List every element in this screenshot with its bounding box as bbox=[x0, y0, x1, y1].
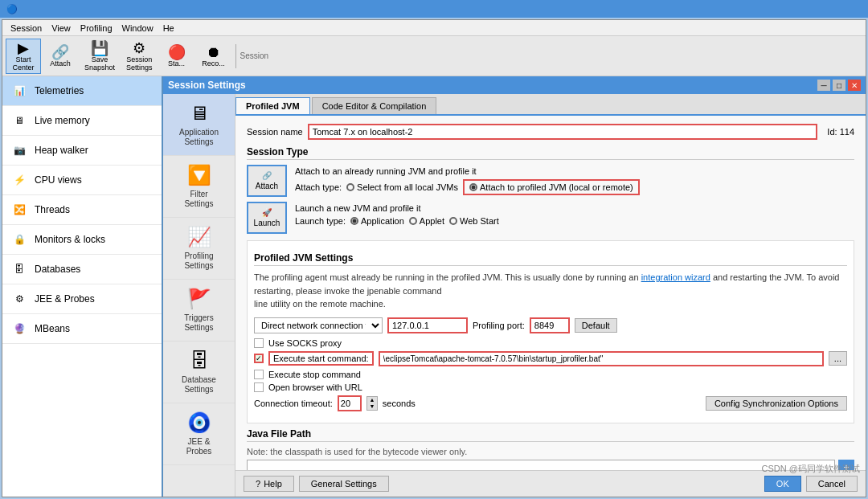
inner-window: Session View Profiling Window He ▶ Start… bbox=[2, 19, 866, 497]
help-label: Help bbox=[264, 479, 282, 489]
stop-cmd-checkbox[interactable] bbox=[254, 370, 264, 379]
network-type-select[interactable]: Direct network connection to bbox=[254, 317, 383, 333]
profiled-settings-title: Profiled JVM Settings bbox=[254, 252, 847, 266]
attach-type-row: Attach type: Select from all local JVMs bbox=[295, 179, 640, 195]
profiling-label: ProfilingSettings bbox=[184, 252, 213, 271]
browse-button[interactable]: ... bbox=[829, 351, 847, 366]
menu-session[interactable]: Session bbox=[6, 22, 47, 35]
open-browser-checkbox[interactable] bbox=[254, 382, 264, 392]
dialog-panel: Profiled JVM Code Editor & Compilation S… bbox=[235, 94, 866, 497]
port-label: Profiling port: bbox=[473, 321, 525, 330]
dialog-close-button[interactable]: ✕ bbox=[848, 80, 861, 91]
attach-button[interactable]: 🔗 Attach bbox=[43, 43, 78, 69]
triggers-settings-item[interactable]: 🚩 TriggersSettings bbox=[163, 280, 235, 342]
session-type-title: Session Type bbox=[247, 146, 854, 160]
filter-settings-item[interactable]: 🔽 FilterSettings bbox=[163, 156, 235, 218]
sta-button[interactable]: 🔴 Sta... bbox=[159, 43, 194, 69]
nav-item-databases[interactable]: 🗄 Databases bbox=[2, 255, 162, 284]
mbeans-label: MBeans bbox=[35, 323, 70, 334]
integration-wizard-link[interactable]: integration wizard bbox=[641, 272, 710, 282]
mbeans-icon: 🔮 bbox=[10, 320, 28, 337]
attach-profiled-radio-bordered[interactable]: Attach to profiled JVM (local or remote) bbox=[463, 179, 640, 195]
session-name-input[interactable] bbox=[308, 124, 818, 140]
port-input[interactable] bbox=[530, 317, 570, 333]
socks-checkbox[interactable] bbox=[254, 338, 264, 348]
java-path-listbox[interactable] bbox=[247, 460, 835, 471]
menu-help[interactable]: He bbox=[158, 22, 179, 35]
launch-desc: Launch a new JVM and profile it bbox=[295, 203, 499, 213]
timeout-down-arrow[interactable]: ▼ bbox=[367, 403, 377, 410]
save-label: SaveSnapshot bbox=[84, 55, 115, 72]
triggers-label: TriggersSettings bbox=[184, 313, 213, 333]
stop-cmd-row: Execute stop command bbox=[254, 370, 847, 379]
ip-input[interactable] bbox=[387, 317, 468, 333]
nav-items: 📊 Telemetries 🖥 Live memory 📷 Heap walke… bbox=[2, 76, 162, 497]
save-snapshot-button[interactable]: 💾 SaveSnapshot bbox=[80, 39, 120, 73]
launch-applet-radio[interactable]: Applet bbox=[409, 216, 444, 226]
db-icon: 🗄 bbox=[190, 350, 209, 372]
attach-local-radio[interactable]: Select from all local JVMs bbox=[346, 182, 458, 192]
launch-app-radio[interactable]: Application bbox=[350, 216, 404, 226]
start-center-button[interactable]: ▶ StartCenter bbox=[6, 39, 41, 74]
timeout-input[interactable] bbox=[338, 395, 362, 411]
session-id-label: Id: 114 bbox=[827, 127, 854, 137]
nav-item-cpu-views[interactable]: ⚡ CPU views bbox=[2, 166, 162, 195]
menu-window[interactable]: Window bbox=[117, 22, 158, 35]
launch-button-type[interactable]: 🚀 Launch bbox=[247, 202, 287, 234]
attach-icon: 🔗 bbox=[51, 45, 69, 59]
settings-sidebar: 🖥 ApplicationSettings 🔽 FilterSettings 📈… bbox=[163, 94, 235, 497]
nav-item-mbeans[interactable]: 🔮 MBeans bbox=[2, 314, 162, 344]
profiling-settings-item[interactable]: 📈 ProfilingSettings bbox=[163, 218, 235, 280]
launch-webstart-label: Web Start bbox=[460, 216, 499, 226]
menu-profiling[interactable]: Profiling bbox=[76, 22, 117, 35]
start-icon: ▶ bbox=[18, 41, 29, 55]
start-cmd-row: ✓ Execute start command: ... bbox=[254, 351, 847, 366]
attach-profiled-circle bbox=[469, 183, 477, 191]
start-label: StartCenter bbox=[12, 55, 34, 72]
monitors-label: Monitors & locks bbox=[35, 234, 105, 245]
nav-item-monitors[interactable]: 🔒 Monitors & locks bbox=[2, 225, 162, 255]
cancel-button[interactable]: Cancel bbox=[806, 476, 858, 492]
attach-type-label: Attach bbox=[256, 182, 278, 190]
timeout-row: Connection timeout: ▲ ▼ seconds Config S… bbox=[254, 395, 847, 411]
default-button[interactable]: Default bbox=[575, 318, 617, 333]
start-cmd-input[interactable] bbox=[379, 351, 824, 366]
ok-button[interactable]: OK bbox=[764, 476, 801, 492]
app-window: 🔵 Session View Profiling Window He ▶ Sta… bbox=[0, 0, 868, 499]
nav-item-heap-walker[interactable]: 📷 Heap walker bbox=[2, 136, 162, 166]
attach-local-label: Select from all local JVMs bbox=[357, 182, 458, 192]
menu-view[interactable]: View bbox=[47, 22, 76, 35]
config-sync-button[interactable]: Config Synchronization Options bbox=[706, 396, 847, 411]
start-cmd-checkbox[interactable]: ✓ bbox=[254, 354, 264, 363]
attach-button-type[interactable]: 🔗 Attach bbox=[247, 165, 287, 197]
launch-webstart-radio[interactable]: Web Start bbox=[449, 216, 499, 226]
help-button[interactable]: ? Help bbox=[244, 476, 294, 492]
monitors-icon: 🔒 bbox=[10, 231, 28, 248]
help-icon: ? bbox=[256, 479, 260, 489]
reco-button[interactable]: ⏺ Reco... bbox=[196, 43, 231, 69]
nav-item-live-memory[interactable]: 🖥 Live memory bbox=[2, 106, 162, 136]
sta-icon: 🔴 bbox=[168, 45, 186, 59]
general-settings-button[interactable]: General Settings bbox=[299, 476, 389, 492]
session-name-row: Session name Id: 114 bbox=[247, 124, 854, 140]
nav-item-telemetries[interactable]: 📊 Telemetries bbox=[2, 76, 162, 106]
session-settings-button[interactable]: ⚙ SessionSettings bbox=[121, 39, 158, 73]
socks-proxy-row: Use SOCKS proxy bbox=[254, 338, 847, 348]
open-browser-row: Open browser with URL bbox=[254, 382, 847, 392]
jee-probes-settings-item[interactable]: 🧿 JEE &Probes bbox=[163, 403, 235, 465]
dialog-min-button[interactable]: ─ bbox=[817, 80, 830, 91]
app-settings-icon: 🖥 bbox=[190, 102, 209, 125]
start-cmd-label: Execute start command: bbox=[268, 351, 374, 366]
app-settings-item[interactable]: 🖥 ApplicationSettings bbox=[163, 94, 235, 156]
launch-app-circle bbox=[350, 217, 358, 225]
launch-applet-circle bbox=[409, 217, 417, 225]
launch-type-label-text: Launch type: bbox=[295, 216, 346, 226]
db-settings-item[interactable]: 🗄 DatabaseSettings bbox=[163, 342, 235, 403]
nav-item-jee[interactable]: ⚙ JEE & Probes bbox=[2, 284, 162, 314]
tab-code-editor[interactable]: Code Editor & Compilation bbox=[312, 97, 437, 114]
nav-item-threads[interactable]: 🔀 Threads bbox=[2, 195, 162, 225]
dialog-max-button[interactable]: □ bbox=[833, 80, 845, 91]
stop-cmd-label: Execute stop command bbox=[268, 370, 361, 379]
tab-profiled-jvm[interactable]: Profiled JVM bbox=[235, 97, 310, 114]
timeout-up-arrow[interactable]: ▲ bbox=[367, 397, 377, 403]
